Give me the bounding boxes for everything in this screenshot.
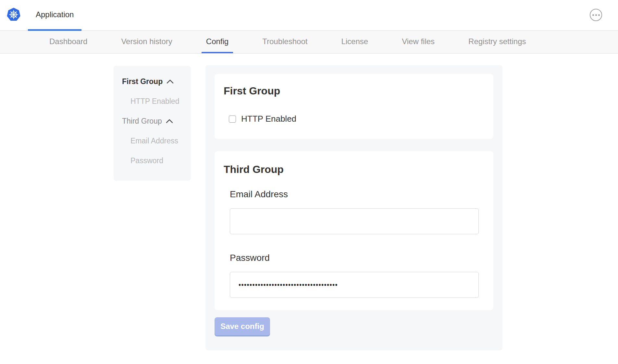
email-address-field: Email Address [230, 189, 484, 234]
app-header: Application [0, 0, 618, 31]
ellipsis-icon [592, 14, 600, 16]
nav-tab-config[interactable]: Config [202, 31, 233, 53]
app-title: Application [36, 10, 74, 19]
checkbox-label[interactable]: HTTP Enabled [241, 114, 296, 124]
nav-tab-license[interactable]: License [337, 31, 373, 53]
sidebar-group-third-group[interactable]: Third Group [122, 111, 191, 131]
password-field: Password [230, 253, 484, 298]
sidebar-item-password[interactable]: Password [122, 151, 191, 171]
nav-tab-dashboard[interactable]: Dashboard [45, 31, 92, 53]
app-nav: Dashboard Version history Config Trouble… [0, 31, 618, 54]
group-title: First Group [224, 85, 484, 97]
config-form-panel: First Group HTTP Enabled Third Group Ema… [205, 65, 502, 350]
config-group-card-first-group: First Group HTTP Enabled [215, 74, 493, 139]
sidebar-group-first-group[interactable]: First Group [122, 72, 191, 91]
sidebar-item-label: Password [130, 156, 163, 165]
nav-tab-view-files[interactable]: View files [397, 31, 439, 53]
chevron-up-icon [167, 79, 174, 84]
nav-tab-registry-settings[interactable]: Registry settings [464, 31, 530, 53]
kots-admin-console: Application Dashboard Version history Co… [0, 0, 618, 364]
field-label: Email Address [230, 189, 484, 200]
sidebar-group-label: Third Group [122, 117, 162, 126]
http-enabled-checkbox[interactable] [229, 115, 236, 123]
group-title: Third Group [224, 164, 484, 176]
sidebar-item-http-enabled[interactable]: HTTP Enabled [122, 91, 191, 111]
field-label: Password [230, 253, 484, 263]
password-input[interactable] [230, 272, 479, 298]
nav-tab-version-history[interactable]: Version history [117, 31, 177, 53]
overflow-menu-button[interactable] [590, 9, 602, 21]
sidebar-item-label: Email Address [130, 137, 178, 145]
chevron-up-icon [166, 119, 173, 123]
sidebar-item-label: HTTP Enabled [130, 97, 179, 106]
sidebar-group-label: First Group [122, 77, 163, 86]
config-page: First Group HTTP Enabled Third Group Ema… [0, 54, 618, 364]
config-group-card-third-group: Third Group Email Address Password [215, 151, 493, 310]
sidebar-item-email-address[interactable]: Email Address [122, 131, 191, 151]
tab-application[interactable]: Application [28, 0, 81, 31]
save-config-button[interactable]: Save config [215, 317, 270, 335]
email-address-input[interactable] [230, 208, 479, 234]
kubernetes-logo-icon [6, 7, 21, 21]
nav-tab-troubleshoot[interactable]: Troubleshoot [258, 31, 312, 53]
http-enabled-field: HTTP Enabled [229, 114, 484, 124]
config-sidebar: First Group HTTP Enabled Third Group Ema… [114, 66, 191, 181]
